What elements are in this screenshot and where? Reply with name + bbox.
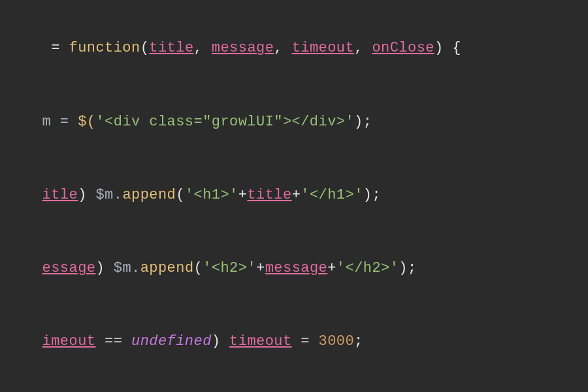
code-token: ( xyxy=(194,260,203,276)
code-token: $( xyxy=(78,114,95,130)
code-token: '</h2>' xyxy=(336,260,399,276)
code-line-4: essage) $m.append('<h2>'+message+'</h2>'… xyxy=(7,232,588,305)
code-token: , xyxy=(354,40,372,56)
code-token: 3000 xyxy=(319,333,355,350)
code-line-2: m = $('<div class="growlUI"></div>'); xyxy=(7,85,588,158)
code-token: append xyxy=(122,187,176,203)
code-token: append xyxy=(140,260,194,276)
code-editor: = function(title, message, timeout, onCl… xyxy=(0,0,588,392)
code-token: $m. xyxy=(95,187,122,203)
code-token: ) xyxy=(78,187,95,203)
code-token: timeout xyxy=(229,333,292,350)
code-token: + xyxy=(292,187,301,203)
code-line-3: itle) $m.append('<h1>'+title+'</h1>'); xyxy=(7,158,588,231)
code-token: '<h2>' xyxy=(203,260,256,276)
code-token: itle xyxy=(42,187,78,203)
code-token: '<div class="growlUI"></div>' xyxy=(95,114,354,130)
code-line-5: imeout == undefined) timeout = 3000; xyxy=(7,305,588,378)
code-token: ) xyxy=(95,260,113,276)
code-token: ); xyxy=(399,260,416,276)
code-line-6: ckUI({ xyxy=(7,378,588,392)
code-token: ) { xyxy=(434,40,461,56)
code-token: title xyxy=(247,187,291,203)
code-token: onClose xyxy=(372,40,434,56)
code-token: message xyxy=(265,260,328,276)
code-token: ); xyxy=(363,187,381,203)
code-token: $m. xyxy=(114,260,140,276)
code-token: title xyxy=(149,40,193,56)
code-token: imeout xyxy=(42,333,96,350)
code-token: message xyxy=(212,40,274,56)
code-token: ; xyxy=(354,333,363,350)
code-token: , xyxy=(194,40,212,56)
code-token: '<h1>' xyxy=(185,187,238,203)
code-token: timeout xyxy=(292,40,355,56)
code-token: essage xyxy=(42,260,96,276)
code-line-1: = function(title, message, timeout, onCl… xyxy=(7,12,588,85)
code-token: ( xyxy=(140,40,150,56)
code-token: m = xyxy=(42,114,78,130)
code-token: + xyxy=(327,260,336,276)
code-token: function xyxy=(69,40,140,56)
code-token: = xyxy=(292,333,319,350)
code-token: '</h1>' xyxy=(301,187,363,203)
code-token: + xyxy=(256,260,265,276)
code-token: ); xyxy=(354,114,372,130)
code-token: == xyxy=(95,333,131,350)
code-token: undefined xyxy=(131,333,212,350)
code-token: + xyxy=(238,187,248,203)
code-token: ( xyxy=(176,187,185,203)
code-token: , xyxy=(274,40,291,56)
code-token: ) xyxy=(212,333,229,350)
code-token: = xyxy=(42,40,69,56)
